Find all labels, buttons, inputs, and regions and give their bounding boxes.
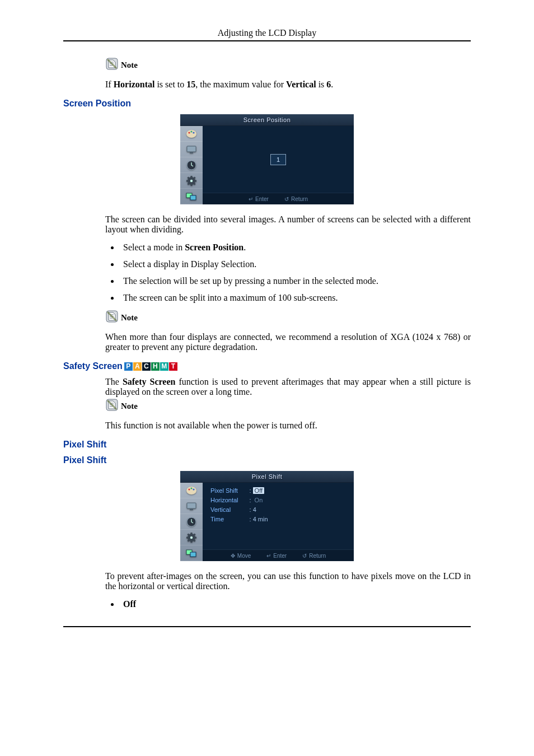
- gear-icon[interactable]: [180, 530, 203, 545]
- note-text: If Horizontal is set to 15, the maximum …: [105, 80, 471, 90]
- osd-row-value: : 4 min: [250, 516, 268, 522]
- note-block: Note: [105, 398, 471, 412]
- note-text: When more than four displays are connect…: [105, 332, 471, 352]
- list-item: Select a mode in Screen Position.: [120, 242, 471, 253]
- note-label: Note: [121, 402, 138, 412]
- enter-label: Enter: [273, 553, 287, 559]
- note-icon: [105, 398, 119, 412]
- osd-row-label[interactable]: Time: [210, 516, 238, 522]
- osd-row-label[interactable]: Pixel Shift: [210, 487, 238, 494]
- screen-position-desc: The screen can be divided into several i…: [105, 214, 471, 235]
- osd-menu: Pixel Shift Horizontal Vertical Time : O…: [203, 483, 354, 549]
- osd-row-value: : Off: [250, 487, 268, 494]
- svg-point-22: [190, 536, 193, 538]
- osd-sidebar: [180, 126, 203, 204]
- osd-row-value: : 4: [250, 506, 268, 513]
- svg-point-17: [193, 488, 194, 490]
- osd-row-label[interactable]: Horizontal: [210, 497, 238, 503]
- heading-pixel-shift-2: Pixel Shift: [63, 455, 471, 465]
- mode-badges: P A C H M T: [124, 362, 177, 371]
- osd-row-value: : On: [250, 497, 268, 503]
- move-icon: ✥: [231, 553, 235, 559]
- osd-pixel-shift: Pixel Shift Pixel Shift Horizontal Verti…: [180, 471, 354, 561]
- list-item: Select a display in Display Selection.: [120, 259, 471, 269]
- note-label: Note: [121, 313, 138, 323]
- pixel-shift-desc: To prevent after-images on the screen, y…: [105, 571, 471, 591]
- return-icon: ↺: [284, 196, 289, 202]
- list-item: The screen can be split into a maximum o…: [120, 293, 471, 303]
- note-block: Note: [105, 57, 471, 71]
- safety-screen-desc: The Safety Screen function is used to pr…: [105, 377, 471, 397]
- osd-title: Pixel Shift: [180, 471, 354, 483]
- svg-point-4: [193, 132, 194, 133]
- osd-row-label[interactable]: Vertical: [210, 506, 238, 513]
- osd-title: Screen Position: [180, 114, 354, 126]
- badge-c: C: [142, 362, 151, 371]
- return-label: Return: [291, 196, 308, 202]
- osd-footer: ↵Enter ↺Return: [203, 193, 354, 204]
- svg-rect-18: [187, 503, 196, 508]
- palette-icon[interactable]: [180, 483, 203, 498]
- svg-rect-5: [187, 146, 196, 152]
- svg-point-15: [188, 488, 190, 490]
- note-text: This function is not available when the …: [105, 421, 471, 431]
- heading-safety-screen: Safety Screen P A C H M T: [63, 361, 471, 371]
- svg-point-9: [190, 179, 193, 181]
- badge-h: H: [151, 362, 160, 371]
- badge-t: T: [169, 362, 177, 371]
- svg-point-2: [188, 132, 190, 133]
- screen-position-list: Select a mode in Screen Position. Select…: [105, 242, 471, 303]
- palette-icon[interactable]: [180, 126, 203, 142]
- move-label: Move: [237, 553, 251, 559]
- osd-footer: ✥Move ↵Enter ↺Return: [203, 549, 354, 561]
- badge-p: P: [124, 362, 133, 371]
- enter-label: Enter: [255, 196, 269, 202]
- svg-point-16: [190, 487, 192, 489]
- screen-icon[interactable]: [180, 498, 203, 514]
- screen-icon[interactable]: [180, 142, 203, 157]
- osd-selected-cell[interactable]: 1: [270, 154, 286, 165]
- multi-icon[interactable]: [180, 545, 203, 561]
- note-icon: [105, 310, 119, 323]
- clock-icon[interactable]: [180, 514, 203, 530]
- header-rule: [63, 40, 471, 41]
- note-icon: [105, 57, 119, 71]
- enter-icon: ↵: [266, 553, 271, 559]
- return-icon: ↺: [302, 553, 307, 559]
- return-label: Return: [309, 553, 326, 559]
- gear-icon[interactable]: [180, 173, 203, 189]
- footer-rule: [63, 626, 471, 627]
- badge-m: M: [160, 362, 168, 371]
- badge-a: A: [133, 362, 142, 371]
- heading-screen-position: Screen Position: [63, 99, 471, 109]
- osd-sidebar: [180, 483, 203, 561]
- osd-screen-position: Screen Position 1 ↵Enter ↺Return: [180, 114, 354, 204]
- svg-point-3: [190, 130, 192, 132]
- clock-icon[interactable]: [180, 157, 203, 173]
- enter-icon: ↵: [249, 196, 253, 202]
- pixel-shift-list: Off: [105, 599, 471, 609]
- svg-rect-19: [190, 509, 193, 510]
- note-label: Note: [121, 60, 138, 71]
- page-header: Adjusting the LCD Display: [63, 28, 471, 38]
- svg-rect-24: [190, 552, 196, 557]
- list-item: Off: [120, 599, 471, 609]
- heading-pixel-shift-1: Pixel Shift: [63, 440, 471, 450]
- svg-rect-11: [190, 195, 196, 200]
- list-item: The selection will be set up by pressing…: [120, 276, 471, 286]
- svg-rect-6: [190, 152, 193, 153]
- note-block: Note: [105, 310, 471, 323]
- multi-icon[interactable]: [180, 189, 203, 204]
